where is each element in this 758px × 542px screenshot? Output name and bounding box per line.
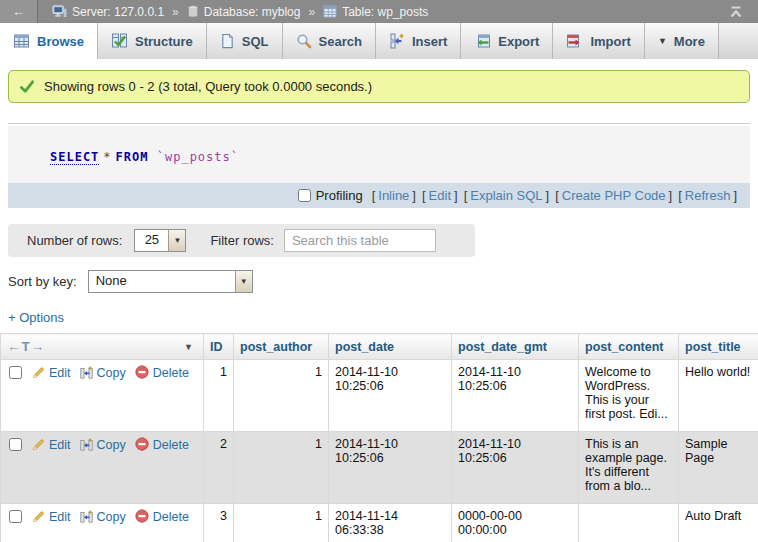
sql-star: * xyxy=(103,150,111,164)
number-of-rows-value: 25 xyxy=(135,230,168,251)
cell-id: 3 xyxy=(204,504,234,542)
sql-footer: Profiling [Inline] [Edit] [Explain SQL] … xyxy=(8,183,750,208)
delete-icon xyxy=(135,365,149,382)
sort-by-key-select[interactable]: None ▼ xyxy=(88,270,253,293)
cell-post-date: 2014-11-10 10:25:06 xyxy=(329,432,452,504)
cell-post-title: Sample Page xyxy=(679,432,758,504)
edit-row-link[interactable]: Edit xyxy=(49,510,71,524)
tab-label: Import xyxy=(590,34,630,49)
explain-sql-link[interactable]: Explain SQL xyxy=(470,188,542,203)
bracket: [ xyxy=(555,188,559,203)
copy-row-link[interactable]: Copy xyxy=(97,510,126,524)
edit-row-link[interactable]: Edit xyxy=(49,366,71,380)
column-visibility-dropdown-icon[interactable]: ▼ xyxy=(184,342,193,352)
delete-row-link[interactable]: Delete xyxy=(153,366,189,380)
create-php-code-link[interactable]: Create PHP Code xyxy=(562,188,666,203)
tab-export[interactable]: Export xyxy=(461,23,553,59)
bracket: [ xyxy=(464,188,468,203)
cell-post-author: 1 xyxy=(234,504,329,542)
copy-row-link[interactable]: Copy xyxy=(97,366,126,380)
cell-post-author: 1 xyxy=(234,432,329,504)
tab-import[interactable]: Import xyxy=(553,23,644,59)
sql-keyword-select[interactable]: SELECT xyxy=(50,150,99,165)
tab-sql[interactable]: SQL xyxy=(207,23,283,59)
bracket: ] xyxy=(733,188,737,203)
database-icon xyxy=(187,5,199,18)
back-button[interactable]: ← xyxy=(0,0,38,23)
profiling-checkbox[interactable] xyxy=(298,189,311,202)
collapse-icon[interactable] xyxy=(728,6,744,18)
row-checkbox[interactable] xyxy=(9,438,22,451)
server-icon xyxy=(52,5,67,18)
select-arrow-button[interactable]: ▼ xyxy=(168,230,185,251)
column-header-id[interactable]: ID xyxy=(204,334,234,360)
column-header-post-author[interactable]: post_author xyxy=(234,334,329,360)
sort-by-key-value: None xyxy=(89,271,235,292)
bracket: ] xyxy=(669,188,673,203)
tab-insert[interactable]: Insert xyxy=(376,23,461,59)
sql-query: SELECT*FROM `wp_posts` xyxy=(8,126,750,183)
delete-row-link[interactable]: Delete xyxy=(153,438,189,452)
sort-by-key-label: Sort by key: xyxy=(8,274,77,289)
row-checkbox[interactable] xyxy=(9,510,22,523)
results-table: ←T→ ▼ ID post_author post_date post_date… xyxy=(0,333,758,542)
cell-post-content xyxy=(579,504,679,542)
row-actions-cell: EditCopyDelete xyxy=(1,432,204,504)
status-message-text: Showing rows 0 - 2 (3 total, Query took … xyxy=(44,79,372,94)
sort-row: Sort by key: None ▼ xyxy=(8,270,758,293)
tab-browse[interactable]: Browse xyxy=(0,23,98,59)
row-actions-cell: EditCopyDelete xyxy=(1,504,204,542)
filter-rows-label: Filter rows: xyxy=(210,233,274,248)
inline-link[interactable]: Inline xyxy=(378,188,409,203)
delete-row-link[interactable]: Delete xyxy=(153,510,189,524)
options-row: + Options xyxy=(8,310,758,325)
column-header-post-date[interactable]: post_date xyxy=(329,334,452,360)
structure-icon xyxy=(111,33,128,49)
tab-label: Search xyxy=(319,34,362,49)
refresh-link[interactable]: Refresh xyxy=(685,188,731,203)
header-row: ←T→ ▼ ID post_author post_date post_date… xyxy=(1,334,758,360)
column-header-post-title[interactable]: post_title xyxy=(679,334,758,360)
chevron-down-icon: ▼ xyxy=(658,36,667,46)
column-header-post-date-gmt[interactable]: post_date_gmt xyxy=(452,334,579,360)
sql-icon xyxy=(220,33,235,49)
corner-header-cell: ←T→ ▼ xyxy=(1,334,204,360)
tab-search[interactable]: Search xyxy=(283,23,376,59)
delete-icon xyxy=(135,509,149,526)
cell-id: 2 xyxy=(204,432,234,504)
copy-icon xyxy=(80,438,93,454)
tab-bar: Browse Structure SQL Search Insert Expor… xyxy=(0,23,758,59)
tab-label: SQL xyxy=(242,34,269,49)
cell-post-date-gmt: 2014-11-10 10:25:06 xyxy=(452,360,579,432)
select-arrow-button[interactable]: ▼ xyxy=(235,271,252,292)
breadcrumb-bar: ← Server: 127.0.0.1 » Database: myblog »… xyxy=(0,0,758,23)
transpose-icon[interactable]: ←T→ xyxy=(7,339,45,354)
breadcrumb-table[interactable]: Table: wp_posts xyxy=(342,5,428,19)
profiling-label[interactable]: Profiling xyxy=(316,188,363,203)
number-of-rows-label: Number of rows: xyxy=(27,233,122,248)
tab-structure[interactable]: Structure xyxy=(98,23,207,59)
breadcrumb-server[interactable]: Server: 127.0.0.1 xyxy=(72,5,164,19)
breadcrumb-separator: » xyxy=(172,5,179,19)
edit-row-link[interactable]: Edit xyxy=(49,438,71,452)
edit-query-link[interactable]: Edit xyxy=(429,188,451,203)
row-checkbox[interactable] xyxy=(9,366,22,379)
breadcrumb: Server: 127.0.0.1 » Database: myblog » T… xyxy=(52,5,428,19)
options-toggle-link[interactable]: + Options xyxy=(8,310,64,325)
table-row: EditCopyDelete 3 1 2014-11-14 06:33:38 0… xyxy=(1,504,758,542)
tab-label: Export xyxy=(498,34,539,49)
breadcrumb-database[interactable]: Database: myblog xyxy=(204,5,301,19)
table-row: EditCopyDelete 2 1 2014-11-10 10:25:06 2… xyxy=(1,432,758,504)
import-icon xyxy=(566,33,583,49)
cell-post-date: 2014-11-10 10:25:06 xyxy=(329,360,452,432)
cell-id: 1 xyxy=(204,360,234,432)
number-of-rows-select[interactable]: 25 ▼ xyxy=(134,229,186,252)
cell-post-date-gmt: 2014-11-10 10:25:06 xyxy=(452,432,579,504)
bracket: ] xyxy=(454,188,458,203)
filter-rows-input[interactable] xyxy=(284,229,436,252)
copy-row-link[interactable]: Copy xyxy=(97,438,126,452)
cell-post-author: 1 xyxy=(234,360,329,432)
back-arrow-icon: ← xyxy=(12,4,25,19)
tab-more[interactable]: ▼ More xyxy=(645,23,719,59)
column-header-post-content[interactable]: post_content xyxy=(579,334,679,360)
